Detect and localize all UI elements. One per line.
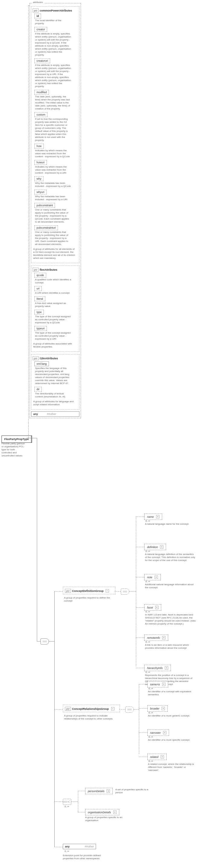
element-name[interactable]: name+ (144, 514, 162, 520)
attribute-any-other[interactable]: any ##other (31, 411, 79, 417)
attribute-pubconstrainturi[interactable]: pubconstrainturi (34, 225, 58, 230)
element-label: personDetails (88, 790, 104, 793)
group-title: flexAttributes (40, 268, 57, 271)
element-facet[interactable]: facet+ (144, 604, 161, 611)
expand-icon[interactable]: + (162, 636, 165, 639)
element-label: hierarchyInfo (147, 666, 163, 670)
root-type[interactable]: FlexPartyPropType (1, 435, 32, 443)
cardinality: 0..∞ (148, 736, 153, 738)
element-label: remoteInfo (147, 636, 160, 639)
group-ConceptDefinitionGroup[interactable]: grp ConceptDefinitionGroup − (63, 587, 115, 594)
element-definition[interactable]: definition+ (144, 544, 166, 550)
attribute-desc: The directionality of textual content (e… (35, 392, 71, 398)
element-label: related (150, 755, 159, 758)
any-other-ns: ##other (47, 412, 57, 415)
element-related[interactable]: related+ (147, 754, 167, 760)
expand-icon[interactable]: + (161, 755, 164, 758)
group-title: ConceptRelationshipsGroup (72, 707, 109, 710)
attribute-desc: One or many constraints that apply to pu… (35, 208, 71, 223)
grp-badge: grp (65, 707, 71, 711)
cardinality: 0..∞ (145, 550, 150, 553)
group-desc: A group of properites required to indica… (64, 714, 115, 720)
group-flexAttributes[interactable]: grp flexAttributes (33, 268, 78, 272)
attribute-pubconstraint[interactable]: pubconstraint (34, 203, 55, 208)
expand-icon[interactable]: + (155, 576, 158, 579)
element-desc: A link to an item or a web resource whic… (145, 644, 196, 650)
group-title: i18nAttributes (40, 357, 58, 360)
group-desc: A group of attributes for language and s… (33, 400, 75, 406)
element-desc: An identifier of a more specific concept… (148, 739, 196, 742)
cardinality: 0..∞ (145, 520, 150, 522)
attribute-desc: A free-text value assigned as property v… (35, 302, 71, 308)
attribute-creatoruri[interactable]: creatoruri (34, 58, 50, 63)
attribute-creator[interactable]: creator (34, 27, 47, 32)
attribute-desc: Why the metadata has been included - exp… (35, 182, 71, 188)
group-ConceptRelationshipsGroup[interactable]: grp ConceptRelationshipsGroup − (63, 705, 120, 712)
expand-icon[interactable]: + (107, 789, 110, 793)
group-desc: A group of properites required to define… (64, 596, 111, 602)
sequence-compositor[interactable] (125, 707, 134, 713)
expand-icon[interactable]: + (162, 683, 165, 686)
attributes-title: attributes (32, 1, 44, 4)
element-personDetails[interactable]: personDetails + (85, 788, 113, 794)
attribute-xmllang[interactable]: xml:lang (34, 362, 49, 366)
element-note[interactable]: note+ (144, 574, 161, 580)
element-narrower[interactable]: narrower+ (147, 730, 169, 736)
attribute-howuri[interactable]: howuri (34, 160, 47, 165)
element-desc: A set of properties specific to a person (115, 788, 155, 794)
attribute-uri[interactable]: uri (34, 286, 42, 291)
attribute-literal[interactable]: literal (34, 297, 45, 301)
element-desc: A natural language name for the concept. (145, 523, 196, 526)
element-organisationDetails[interactable]: organisationDetails + (85, 809, 119, 815)
sequence-compositor[interactable] (40, 639, 49, 645)
element-label: broader (150, 707, 160, 710)
cardinality: 0..∞ (65, 805, 69, 808)
attribute-id[interactable]: id (34, 13, 41, 19)
attribute-desc: The type of the concept assigned as cont… (35, 315, 71, 324)
group-title: commonPowerAttributes (40, 9, 72, 12)
cardinality: 0..∞ (145, 641, 150, 643)
attribute-custom[interactable]: custom (34, 112, 47, 117)
attribute-dir[interactable]: dir (34, 387, 42, 392)
attribute-type[interactable]: type (34, 310, 44, 314)
element-label: organisationDetails (88, 811, 111, 814)
grp-badge: grp (33, 8, 39, 12)
grp-badge: grp (65, 589, 71, 593)
element-desc: In NAR 1.8 and later, facet is deprecate… (145, 613, 196, 625)
expand-icon[interactable]: + (155, 606, 159, 609)
expand-icon[interactable]: + (113, 810, 116, 814)
expand-icon[interactable]: + (165, 666, 168, 670)
expand-icon[interactable]: − (106, 589, 109, 592)
group-desc: A group of attributes for all elements o… (33, 248, 75, 260)
cardinality: 0..∞ (148, 687, 153, 690)
element-any-other[interactable]: any ##other (63, 844, 96, 849)
attribute-why[interactable]: why (34, 176, 43, 181)
group-commonPowerAttributes[interactable]: grp commonPowerAttributes (33, 8, 78, 12)
attribute-whyuri[interactable]: whyuri (34, 190, 46, 194)
expand-icon[interactable]: + (163, 731, 166, 734)
cardinality: 0..∞ (148, 711, 153, 714)
attribute-desc: The type of the concept assigned as cont… (35, 332, 71, 341)
element-broader[interactable]: broader+ (147, 705, 168, 712)
expand-icon[interactable]: + (156, 515, 160, 518)
element-remoteInfo[interactable]: remoteInfo+ (144, 634, 168, 641)
choice-compositor[interactable] (63, 799, 71, 805)
element-desc: Extension point for provider-defined pro… (63, 854, 105, 860)
expand-icon[interactable]: − (111, 707, 114, 710)
expand-icon[interactable]: + (162, 707, 165, 710)
attribute-qcode[interactable]: qcode (34, 273, 46, 278)
grp-badge: grp (33, 268, 39, 272)
sequence-compositor[interactable] (121, 589, 129, 595)
root-desc: Flexible party (person or organisation) … (1, 442, 26, 457)
element-hierarchyInfo[interactable]: hierarchyInfo+ (144, 665, 171, 671)
expand-icon[interactable]: + (160, 545, 163, 549)
attribute-modified[interactable]: modified (34, 90, 49, 95)
cardinality: 0..∞ (65, 850, 69, 852)
element-sameAs[interactable]: sameAs+ (147, 681, 168, 687)
cardinality: 0..∞ (145, 671, 150, 674)
attribute-typeuri[interactable]: typeuri (34, 326, 47, 331)
attribute-desc: If the attribute is empty, specifies whi… (35, 32, 71, 57)
element-label: definition (147, 546, 158, 549)
group-i18nAttributes[interactable]: grp i18nAttributes (33, 356, 78, 360)
attribute-how[interactable]: how (34, 144, 44, 149)
